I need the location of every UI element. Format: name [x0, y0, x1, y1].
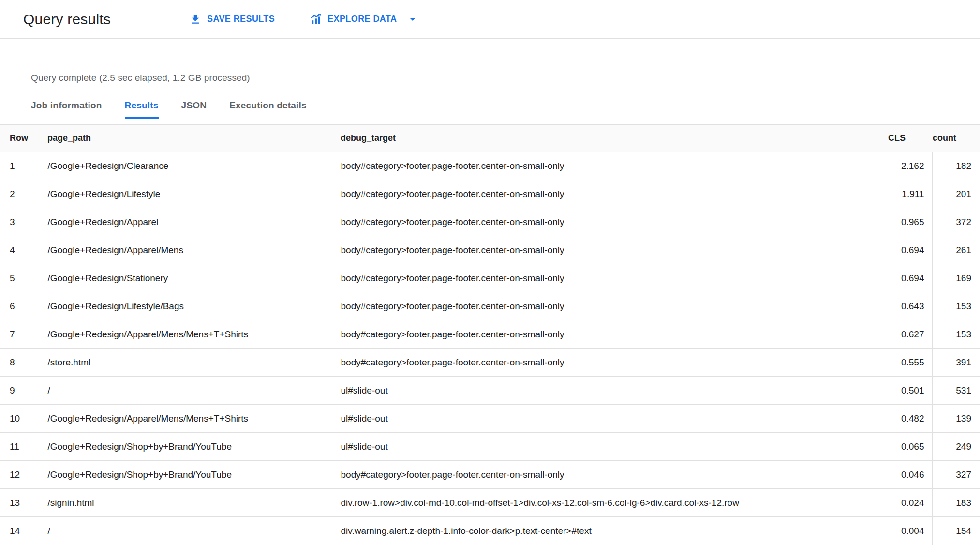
row-number-cell: 4	[0, 236, 36, 264]
row-number-cell: 12	[0, 461, 36, 489]
count-cell: 261	[932, 236, 980, 264]
table-row: 2/Google+Redesign/Lifestylebody#category…	[0, 180, 980, 208]
row-number-cell: 14	[0, 517, 36, 545]
cls-cell: 0.627	[888, 320, 932, 349]
page-path-cell: /Google+Redesign/Apparel/Mens/Mens+T+Shi…	[36, 320, 333, 349]
page-path-cell: /store.html	[36, 349, 333, 377]
column-header-cls: CLS	[888, 125, 932, 152]
count-cell: 154	[932, 517, 980, 545]
table-row: 3/Google+Redesign/Apparelbody#category>f…	[0, 208, 980, 236]
cls-cell: 1.911	[888, 180, 932, 208]
table-row: 5/Google+Redesign/Stationerybody#categor…	[0, 264, 980, 292]
cls-cell: 0.694	[888, 264, 932, 292]
cls-cell: 0.965	[888, 208, 932, 236]
save-results-label: SAVE RESULTS	[207, 14, 275, 24]
debug-target-cell: div.row-1.row>div.col-md-10.col-md-offse…	[333, 489, 888, 517]
cls-cell: 0.024	[888, 489, 932, 517]
table-row: 11/Google+Redesign/Shop+by+Brand/YouTube…	[0, 433, 980, 461]
count-cell: 182	[932, 152, 980, 180]
tab-execution-details[interactable]: Execution details	[229, 100, 307, 119]
row-number-cell: 11	[0, 433, 36, 461]
cls-cell: 0.004	[888, 517, 932, 545]
page-path-cell: /	[36, 377, 333, 405]
tab-json[interactable]: JSON	[181, 100, 207, 119]
page-path-cell: /Google+Redesign/Apparel/Mens	[36, 236, 333, 264]
debug-target-cell: body#category>footer.page-footer.center-…	[333, 264, 888, 292]
count-cell: 249	[932, 433, 980, 461]
download-icon	[189, 13, 202, 26]
tab-results[interactable]: Results	[125, 100, 159, 119]
debug-target-cell: ul#slide-out	[333, 405, 888, 433]
row-number-cell: 2	[0, 180, 36, 208]
count-cell: 372	[932, 208, 980, 236]
row-number-cell: 6	[0, 292, 36, 320]
debug-target-cell: ul#slide-out	[333, 377, 888, 405]
count-cell: 327	[932, 461, 980, 489]
table-row: 7/Google+Redesign/Apparel/Mens/Mens+T+Sh…	[0, 320, 980, 349]
query-results-header: Query results SAVE RESULTS EXPLORE DATA	[0, 0, 980, 39]
cls-cell: 0.555	[888, 349, 932, 377]
table-header-row: Row page_path debug_target CLS count	[0, 125, 980, 152]
query-status: Query complete (2.5 sec elapsed, 1.2 GB …	[31, 73, 980, 83]
explore-data-button[interactable]: EXPLORE DATA	[308, 10, 420, 29]
row-number-cell: 9	[0, 377, 36, 405]
table-row: 9/ul#slide-out0.501531	[0, 377, 980, 405]
cls-cell: 2.162	[888, 152, 932, 180]
debug-target-cell: body#category>footer.page-footer.center-…	[333, 236, 888, 264]
page-path-cell: /signin.html	[36, 489, 333, 517]
count-cell: 153	[932, 320, 980, 349]
explore-data-label: EXPLORE DATA	[327, 14, 397, 24]
debug-target-cell: body#category>footer.page-footer.center-…	[333, 152, 888, 180]
row-number-cell: 13	[0, 489, 36, 517]
page-path-cell: /Google+Redesign/Apparel	[36, 208, 333, 236]
table-row: 14/div.warning.alert.z-depth-1.info-colo…	[0, 517, 980, 545]
debug-target-cell: body#category>footer.page-footer.center-…	[333, 461, 888, 489]
debug-target-cell: body#category>footer.page-footer.center-…	[333, 180, 888, 208]
count-cell: 183	[932, 489, 980, 517]
row-number-cell: 1	[0, 152, 36, 180]
page-path-cell: /Google+Redesign/Lifestyle	[36, 180, 333, 208]
page-path-cell: /Google+Redesign/Lifestyle/Bags	[36, 292, 333, 320]
table-row: 13/signin.htmldiv.row-1.row>div.col-md-1…	[0, 489, 980, 517]
page-path-cell: /Google+Redesign/Stationery	[36, 264, 333, 292]
count-cell: 201	[932, 180, 980, 208]
debug-target-cell: body#category>footer.page-footer.center-…	[333, 349, 888, 377]
bar-chart-icon	[310, 13, 322, 26]
count-cell: 139	[932, 405, 980, 433]
page-path-cell: /Google+Redesign/Apparel/Mens/Mens+T+Shi…	[36, 405, 333, 433]
debug-target-cell: body#category>footer.page-footer.center-…	[333, 292, 888, 320]
count-cell: 153	[932, 292, 980, 320]
table-row: 10/Google+Redesign/Apparel/Mens/Mens+T+S…	[0, 405, 980, 433]
cls-cell: 0.501	[888, 377, 932, 405]
page-path-cell: /Google+Redesign/Clearance	[36, 152, 333, 180]
page-path-cell: /	[36, 517, 333, 545]
debug-target-cell: body#category>footer.page-footer.center-…	[333, 320, 888, 349]
results-table: Row page_path debug_target CLS count 1/G…	[0, 124, 980, 545]
debug-target-cell: ul#slide-out	[333, 433, 888, 461]
row-number-cell: 7	[0, 320, 36, 349]
table-row: 4/Google+Redesign/Apparel/Mensbody#categ…	[0, 236, 980, 264]
row-number-cell: 3	[0, 208, 36, 236]
row-number-cell: 8	[0, 349, 36, 377]
row-number-cell: 10	[0, 405, 36, 433]
row-number-cell: 5	[0, 264, 36, 292]
count-cell: 531	[932, 377, 980, 405]
column-header-debug-target: debug_target	[333, 125, 888, 152]
save-results-button[interactable]: SAVE RESULTS	[187, 10, 277, 29]
column-header-page-path: page_path	[36, 125, 333, 152]
page-title: Query results	[23, 11, 111, 28]
debug-target-cell: body#category>footer.page-footer.center-…	[333, 208, 888, 236]
cls-cell: 0.482	[888, 405, 932, 433]
column-header-row: Row	[0, 125, 36, 152]
cls-cell: 0.065	[888, 433, 932, 461]
cls-cell: 0.694	[888, 236, 932, 264]
debug-target-cell: div.warning.alert.z-depth-1.info-color-d…	[333, 517, 888, 545]
table-row: 6/Google+Redesign/Lifestyle/Bagsbody#cat…	[0, 292, 980, 320]
cls-cell: 0.643	[888, 292, 932, 320]
tab-job-information[interactable]: Job information	[31, 100, 102, 119]
table-row: 1/Google+Redesign/Clearancebody#category…	[0, 152, 980, 180]
page-path-cell: /Google+Redesign/Shop+by+Brand/YouTube	[36, 461, 333, 489]
table-row: 12/Google+Redesign/Shop+by+Brand/YouTube…	[0, 461, 980, 489]
results-table-body: 1/Google+Redesign/Clearancebody#category…	[0, 152, 980, 545]
column-header-count: count	[932, 125, 980, 152]
